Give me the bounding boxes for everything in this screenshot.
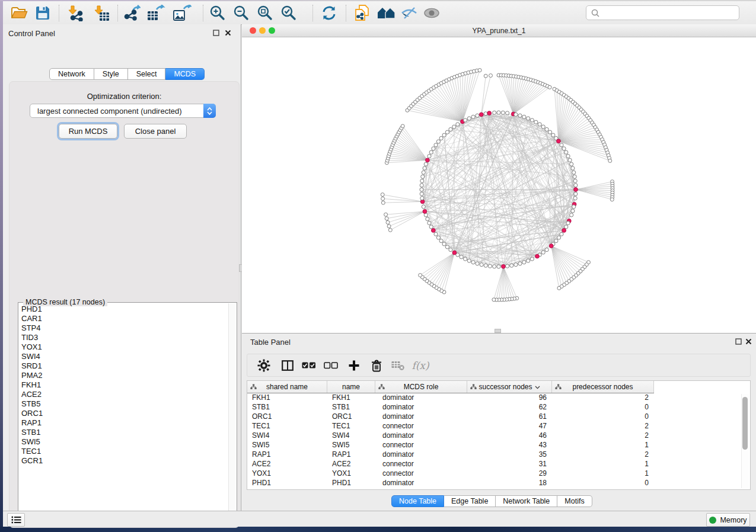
memory-button[interactable]: Memory <box>706 513 750 527</box>
cell-shared-name[interactable]: PHD1 <box>247 478 327 488</box>
cell-MCDS-role[interactable]: dominator <box>375 450 467 459</box>
function-builder-icon[interactable]: f(x) <box>411 356 430 375</box>
cell-successor-nodes[interactable]: 61 <box>467 412 552 421</box>
column-header-shared-name[interactable]: shared name <box>247 381 327 393</box>
cell-name[interactable]: SWI4 <box>327 431 375 440</box>
cell-predecessor-nodes[interactable]: 2 <box>552 450 654 459</box>
cell-shared-name[interactable]: TEC1 <box>247 421 327 431</box>
show-all-icon[interactable] <box>421 3 442 23</box>
cell-MCDS-role[interactable]: dominator <box>375 393 467 402</box>
cell-successor-nodes[interactable]: 96 <box>467 393 552 402</box>
table-row[interactable]: ORC1ORC1dominator610 <box>247 412 738 421</box>
mcds-result-item[interactable]: FKH1 <box>18 380 227 390</box>
run-mcds-button[interactable]: Run MCDS <box>59 124 117 139</box>
mcds-result-item[interactable]: SRD1 <box>18 361 227 371</box>
cell-successor-nodes[interactable]: 29 <box>467 469 552 478</box>
column-header-name[interactable]: name <box>327 381 375 393</box>
cell-name[interactable]: ACE2 <box>327 459 375 469</box>
first-neighbors-icon[interactable] <box>376 3 397 23</box>
tab-mcds[interactable]: MCDS <box>165 68 205 80</box>
cell-MCDS-role[interactable]: connector <box>375 440 467 450</box>
cell-shared-name[interactable]: SWI4 <box>247 431 327 440</box>
tab-edge-table[interactable]: Edge Table <box>444 495 496 507</box>
cell-MCDS-role[interactable]: connector <box>375 469 467 478</box>
close-panel-button[interactable]: Close panel <box>124 124 187 139</box>
cell-predecessor-nodes[interactable]: 2 <box>552 393 654 402</box>
cell-predecessor-nodes[interactable]: 1 <box>552 469 654 478</box>
network-svg[interactable] <box>242 37 756 333</box>
mcds-result-item[interactable]: GCR1 <box>18 456 227 466</box>
cell-successor-nodes[interactable]: 62 <box>467 402 552 412</box>
task-history-button[interactable] <box>7 513 25 527</box>
column-header-MCDS-role[interactable]: MCDS role <box>375 381 467 393</box>
mcds-result-item[interactable]: YOX1 <box>18 342 227 352</box>
cell-name[interactable]: PHD1 <box>327 478 375 488</box>
table-row[interactable]: PHD1PHD1dominator180 <box>247 478 738 488</box>
table-row[interactable]: TEC1TEC1connector472 <box>247 421 738 431</box>
mcds-result-item[interactable]: SWI5 <box>18 437 227 447</box>
cell-shared-name[interactable]: ACE2 <box>247 459 327 469</box>
tab-network[interactable]: Network <box>49 68 94 80</box>
mcds-result-item[interactable]: CAR1 <box>18 314 227 323</box>
close-table-panel-icon[interactable] <box>745 338 752 345</box>
mcds-result-item[interactable]: STB1 <box>18 428 227 437</box>
mcds-result-item[interactable]: STP4 <box>18 323 227 333</box>
cell-MCDS-role[interactable]: dominator <box>375 412 467 421</box>
cell-name[interactable]: SWI5 <box>327 440 375 450</box>
mcds-result-item[interactable]: SWI4 <box>18 352 227 361</box>
table-scrollbar-thumb[interactable] <box>742 397 748 450</box>
table-row[interactable]: SWI5SWI5connector431 <box>247 440 738 450</box>
column-header-predecessor-nodes[interactable]: predecessor nodes <box>552 381 654 393</box>
cell-name[interactable]: ORC1 <box>327 412 375 421</box>
refresh-view-icon[interactable] <box>318 3 340 23</box>
cell-shared-name[interactable]: SWI5 <box>247 440 327 450</box>
optimization-criterion-select[interactable]: largest connected component (undirected) <box>30 104 216 118</box>
tab-node-table[interactable]: Node Table <box>391 495 444 507</box>
cell-MCDS-role[interactable]: dominator <box>375 478 467 488</box>
cell-successor-nodes[interactable]: 47 <box>467 421 552 431</box>
cell-predecessor-nodes[interactable]: 2 <box>552 431 654 440</box>
hide-selected-icon[interactable] <box>398 3 420 23</box>
cell-successor-nodes[interactable]: 46 <box>467 431 552 440</box>
cell-predecessor-nodes[interactable]: 2 <box>552 421 654 431</box>
cell-name[interactable]: RAP1 <box>327 450 375 459</box>
cell-shared-name[interactable]: FKH1 <box>247 393 327 402</box>
table-row[interactable]: SWI4SWI4dominator462 <box>247 431 738 440</box>
tab-select[interactable]: Select <box>128 68 166 80</box>
cell-MCDS-role[interactable]: dominator <box>375 402 467 412</box>
tab-style[interactable]: Style <box>94 68 128 80</box>
tab-motifs[interactable]: Motifs <box>557 495 592 507</box>
import-table-icon[interactable] <box>91 3 112 23</box>
network-window-titlebar[interactable]: YPA_prune.txt_1 <box>242 24 756 37</box>
table-row[interactable]: STB1STB1dominator620 <box>247 402 738 412</box>
float-table-panel-icon[interactable] <box>735 338 742 345</box>
mcds-result-item[interactable]: TEC1 <box>18 447 227 456</box>
show-columns-icon[interactable] <box>278 356 297 375</box>
table-row[interactable]: RAP1RAP1dominator352 <box>247 450 738 459</box>
mcds-result-item[interactable]: TID3 <box>18 333 227 342</box>
mcds-result-item[interactable]: PMA2 <box>18 371 227 380</box>
cell-name[interactable]: TEC1 <box>327 421 375 431</box>
delete-table-icon[interactable] <box>388 356 407 375</box>
mcds-result-item[interactable]: ACE2 <box>18 390 227 399</box>
table-scrollbar[interactable] <box>741 394 749 488</box>
export-network-icon[interactable] <box>121 3 142 23</box>
cell-successor-nodes[interactable]: 31 <box>467 459 552 469</box>
table-row[interactable]: YOX1YOX1connector291 <box>247 469 738 478</box>
search-input[interactable] <box>602 8 739 18</box>
float-panel-icon[interactable] <box>213 30 219 36</box>
table-row[interactable]: FKH1FKH1dominator962 <box>247 393 738 402</box>
cell-MCDS-role[interactable]: dominator <box>375 431 467 440</box>
cell-MCDS-role[interactable]: connector <box>375 459 467 469</box>
open-file-icon[interactable] <box>8 3 30 23</box>
column-header-successor-nodes[interactable]: successor nodes <box>467 381 552 393</box>
delete-column-icon[interactable] <box>367 356 386 375</box>
table-row[interactable]: ACE2ACE2connector311 <box>247 459 738 469</box>
table-options-icon[interactable] <box>254 356 273 375</box>
cell-name[interactable]: STB1 <box>327 402 375 412</box>
mcds-result-item[interactable]: STB5 <box>18 399 227 409</box>
cell-successor-nodes[interactable]: 18 <box>467 478 552 488</box>
cell-name[interactable]: YOX1 <box>327 469 375 478</box>
mcds-result-item[interactable]: ORC1 <box>18 409 227 418</box>
cell-predecessor-nodes[interactable]: 0 <box>552 412 654 421</box>
